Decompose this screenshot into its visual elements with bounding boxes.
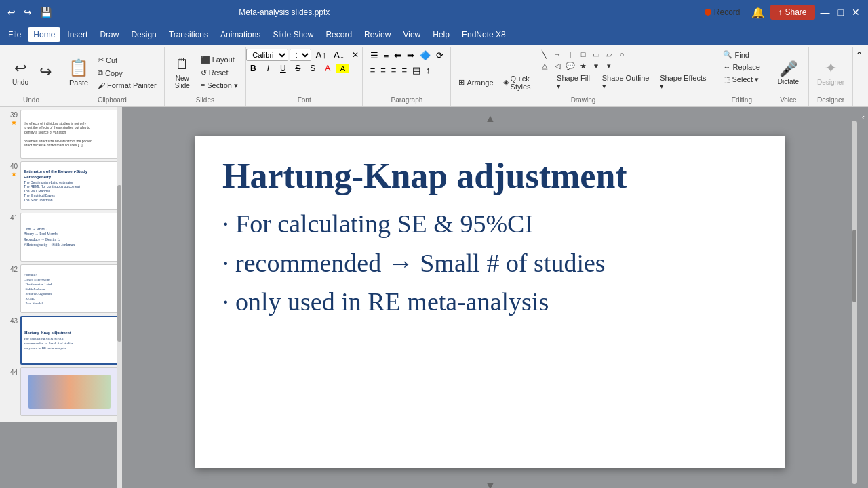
menu-record[interactable]: Record: [320, 27, 357, 42]
shadow-button[interactable]: S: [306, 63, 319, 74]
star-shape[interactable]: ★: [577, 60, 589, 71]
align-center-btn[interactable]: ≡: [378, 64, 388, 77]
copy-button[interactable]: ⧉Copy: [94, 67, 160, 79]
layout-button[interactable]: ⬛ Layout: [197, 54, 241, 66]
designer-button[interactable]: ✦ Designer: [813, 57, 848, 89]
share-button[interactable]: ↑ Share: [770, 5, 815, 20]
collapse-ribbon-btn[interactable]: ⌃: [853, 47, 865, 62]
align-left-btn[interactable]: ≡: [368, 64, 378, 77]
quick-save-btn[interactable]: 💾: [38, 7, 54, 18]
scroll-up-arrow[interactable]: ▲: [484, 113, 497, 125]
line-shape[interactable]: ╲: [538, 49, 551, 60]
numbering-button[interactable]: ≡: [382, 49, 391, 62]
canvas-scrollbar-thumb[interactable]: [852, 230, 856, 302]
line-spacing-btn[interactable]: ↕: [424, 64, 433, 77]
font-family-select[interactable]: Calibri: [246, 49, 288, 61]
decrease-indent-btn[interactable]: ⬅: [392, 49, 403, 62]
more-shapes[interactable]: ▾: [603, 60, 615, 71]
menu-endnote[interactable]: EndNote X8: [456, 27, 511, 42]
arrange-button[interactable]: ⊞ Arrange: [455, 77, 496, 88]
menu-insert[interactable]: Insert: [62, 27, 93, 42]
menu-review[interactable]: Review: [359, 27, 396, 42]
oval-shape[interactable]: ○: [616, 49, 628, 60]
slide-thumb-42[interactable]: 42 ★ Formula? Closed Expressions · DerSi…: [3, 264, 119, 313]
underline-button[interactable]: U: [276, 63, 290, 74]
slide-thumbnail-42[interactable]: Formula? Closed Expressions · DerSimonia…: [20, 264, 119, 313]
shape-outline-button[interactable]: Shape Outline ▾: [599, 73, 654, 92]
increase-font-btn[interactable]: A↑: [313, 49, 329, 61]
undo-quick-btn[interactable]: ↩: [5, 7, 18, 18]
undo-button[interactable]: ↩ Undo: [7, 57, 34, 89]
align-right-btn[interactable]: ≡: [389, 64, 399, 77]
notification-bell-icon[interactable]: 🔔: [749, 5, 768, 20]
close-button[interactable]: ✕: [849, 5, 863, 19]
heart-shape[interactable]: ♥: [590, 60, 602, 71]
decrease-font-btn[interactable]: A↓: [331, 49, 347, 61]
replace-button[interactable]: ↔ Replace: [719, 62, 763, 73]
right-collapse-btn[interactable]: ‹: [862, 113, 865, 122]
rect2-shape[interactable]: ▭: [590, 49, 602, 60]
slide-thumb-44[interactable]: 44 ★: [3, 367, 119, 416]
increase-indent-btn[interactable]: ➡: [405, 49, 416, 62]
font-color-btn[interactable]: A: [321, 63, 334, 74]
menu-draw[interactable]: Draw: [94, 27, 124, 42]
maximize-button[interactable]: □: [835, 5, 846, 19]
quick-styles-button[interactable]: ◈ Quick Styles: [500, 73, 551, 92]
menu-file[interactable]: File: [3, 27, 26, 42]
menu-transitions[interactable]: Transitions: [163, 27, 214, 42]
convert-smartart-btn[interactable]: 🔷: [418, 49, 433, 62]
rtri-shape[interactable]: ◁: [551, 60, 564, 71]
menu-design[interactable]: Design: [125, 27, 161, 42]
new-slide-button[interactable]: 🗒 New Slide: [169, 53, 196, 92]
section-button[interactable]: ≡ Section ▾: [197, 80, 241, 92]
slide-thumbnail-41[interactable]: Cont → REML Binary → Paul Mandel Reprodu…: [20, 213, 119, 262]
bold-button[interactable]: B: [246, 63, 260, 74]
scroll-down-arrow[interactable]: ▼: [484, 480, 497, 488]
menu-help[interactable]: Help: [427, 27, 455, 42]
cut-button[interactable]: ✂Cut: [94, 54, 160, 66]
rect-shape[interactable]: □: [577, 49, 589, 60]
reset-button[interactable]: ↺ Reset: [197, 67, 241, 79]
menu-animations[interactable]: Animations: [215, 27, 266, 42]
text-direction-btn[interactable]: ⟳: [434, 49, 446, 62]
slide-thumbnail-44[interactable]: [20, 367, 119, 416]
slide-thumbnail-39[interactable]: the effects of individual studies is not…: [20, 110, 119, 159]
slide-thumbnail-40[interactable]: Estimators of the Between-Study Heteroge…: [20, 161, 119, 210]
slide-thumb-41[interactable]: 41 ★ Cont → REML Binary → Paul Mandel Re…: [3, 213, 119, 262]
shape-effects-button[interactable]: Shape Effects ▾: [656, 73, 711, 92]
format-painter-button[interactable]: 🖌Format Painter: [94, 80, 160, 91]
columns-btn[interactable]: ▤: [410, 64, 422, 77]
scrollbar-thumb[interactable]: [117, 185, 121, 341]
italic-button[interactable]: I: [261, 63, 275, 74]
tri-shape[interactable]: △: [538, 60, 551, 71]
slide-thumbnail-43[interactable]: Hartung-Knap adjustment For calculating …: [20, 316, 119, 365]
redo-button[interactable]: ↪: [35, 60, 56, 85]
strikethrough-button[interactable]: S: [291, 63, 304, 74]
line2-shape[interactable]: |: [564, 49, 576, 60]
slide-thumb-40[interactable]: 40 ★ Estimators of the Between-Study Het…: [3, 161, 119, 210]
slide-thumb-39[interactable]: 39 ★ the effects of individual studies i…: [3, 110, 119, 159]
bullets-button[interactable]: ☰: [368, 49, 380, 62]
find-button[interactable]: 🔍 Find: [719, 49, 752, 60]
callout-shape[interactable]: 💬: [564, 60, 576, 71]
shape-fill-button[interactable]: Shape Fill ▾: [553, 73, 596, 92]
parallelogram-shape[interactable]: ▱: [603, 49, 615, 60]
slide-thumb-43[interactable]: 43 ★ Hartung-Knap adjustment For calcula…: [3, 316, 119, 365]
menu-home[interactable]: Home: [28, 27, 60, 42]
paste-button[interactable]: 📋 Paste: [64, 56, 93, 89]
slide-panel-scrollbar[interactable]: [117, 107, 122, 488]
redo-quick-btn[interactable]: ↪: [22, 7, 34, 18]
menu-view[interactable]: View: [397, 27, 426, 42]
clear-format-btn[interactable]: ✕: [349, 49, 362, 60]
up-chevron-icon[interactable]: ▲: [484, 111, 497, 125]
canvas-scrollbar[interactable]: [852, 121, 857, 484]
minimize-button[interactable]: —: [818, 5, 833, 19]
menu-slideshow[interactable]: Slide Show: [267, 27, 319, 42]
dictate-button[interactable]: 🎤 Dictate: [772, 58, 804, 88]
highlight-btn[interactable]: A: [336, 64, 349, 73]
down-chevron-icon[interactable]: ▼: [484, 479, 497, 488]
arrow-shape[interactable]: →: [551, 49, 564, 60]
font-size-select[interactable]: 18: [290, 49, 311, 61]
justify-btn[interactable]: ≡: [399, 64, 409, 77]
record-button[interactable]: Record: [699, 5, 746, 20]
